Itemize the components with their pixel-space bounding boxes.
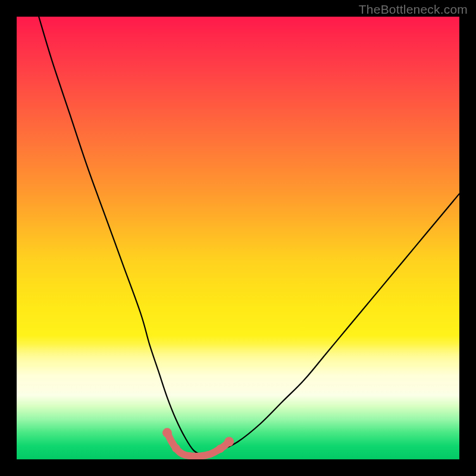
chart-svg (17, 17, 459, 459)
optimal-band-dot (216, 444, 224, 453)
optimal-band-dot (172, 444, 180, 452)
curve-group (39, 17, 459, 456)
plot-area (17, 17, 459, 459)
outer-frame: TheBottleneck.com (0, 0, 476, 476)
optimal-band-dot (162, 428, 172, 437)
watermark-text: TheBottleneck.com (359, 2, 468, 17)
optimal-band-dot (224, 437, 234, 446)
bottleneck-curve-line (39, 17, 459, 456)
